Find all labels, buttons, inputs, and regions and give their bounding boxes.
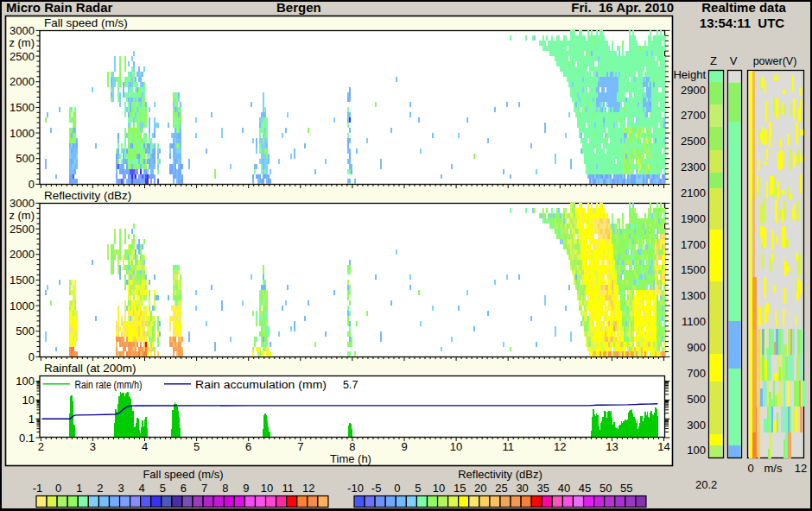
svg-text:12: 12: [795, 462, 807, 475]
svg-text:Fall speed (m/s): Fall speed (m/s): [44, 16, 128, 29]
svg-text:m/s: m/s: [764, 462, 783, 475]
svg-text:1900: 1900: [681, 212, 706, 225]
svg-text:V: V: [730, 54, 738, 67]
svg-text:0: 0: [29, 178, 35, 191]
svg-text:2900: 2900: [681, 84, 706, 97]
svg-text:1700: 1700: [681, 238, 706, 251]
svg-text:Reflectivity (dBz): Reflectivity (dBz): [458, 468, 542, 481]
svg-text:10: 10: [450, 440, 462, 453]
svg-text:10: 10: [261, 482, 273, 495]
svg-text:Realtime data: Realtime data: [701, 0, 786, 15]
svg-text:2500: 2500: [681, 135, 706, 148]
svg-text:z (m): z (m): [9, 209, 35, 222]
svg-text:8: 8: [349, 440, 355, 453]
svg-text:Fri. 16 Apr. 2010: Fri. 16 Apr. 2010: [571, 0, 674, 15]
svg-text:10: 10: [433, 482, 445, 495]
svg-text:-1: -1: [33, 482, 43, 495]
svg-text:15: 15: [454, 482, 466, 495]
svg-text:25: 25: [495, 482, 507, 495]
svg-text:2: 2: [38, 440, 44, 453]
svg-text:20.2: 20.2: [695, 478, 717, 491]
svg-text:5.7: 5.7: [343, 379, 358, 391]
svg-text:2100: 2100: [681, 186, 706, 199]
svg-text:0: 0: [394, 482, 400, 495]
svg-text:9: 9: [243, 482, 249, 495]
svg-text:Rain rate (mm/h): Rain rate (mm/h): [75, 379, 143, 391]
svg-text:8: 8: [222, 482, 228, 495]
svg-text:5: 5: [193, 440, 200, 453]
svg-text:2: 2: [97, 482, 103, 495]
svg-text:0: 0: [55, 482, 61, 495]
svg-text:10: 10: [22, 394, 35, 407]
svg-text:3: 3: [117, 482, 124, 495]
svg-text:Bergen: Bergen: [276, 0, 321, 15]
svg-text:0: 0: [747, 462, 753, 475]
svg-text:1300: 1300: [681, 289, 706, 302]
svg-text:900: 900: [687, 341, 706, 354]
svg-text:11: 11: [502, 440, 514, 453]
svg-text:7: 7: [297, 440, 303, 453]
svg-text:12: 12: [554, 440, 566, 453]
svg-text:20: 20: [474, 482, 486, 495]
svg-text:1500: 1500: [681, 263, 706, 276]
svg-text:2500: 2500: [10, 50, 35, 63]
svg-text:13:54:11 UTC: 13:54:11 UTC: [700, 16, 785, 30]
svg-text:1500: 1500: [10, 101, 35, 114]
svg-text:Rainfall (at 200m): Rainfall (at 200m): [44, 362, 136, 375]
svg-text:2000: 2000: [10, 248, 35, 261]
svg-text:1100: 1100: [682, 315, 706, 328]
svg-text:2700: 2700: [681, 109, 706, 122]
svg-text:-5: -5: [371, 482, 382, 495]
svg-text:500: 500: [687, 393, 706, 406]
svg-text:3: 3: [90, 440, 96, 453]
svg-text:1000: 1000: [10, 300, 35, 312]
svg-text:Rain accumulation (mm): Rain accumulation (mm): [195, 379, 327, 391]
svg-text:11: 11: [282, 482, 294, 495]
svg-text:300: 300: [687, 419, 706, 432]
svg-text:2000: 2000: [10, 75, 35, 88]
svg-text:13: 13: [606, 440, 618, 453]
svg-text:5: 5: [415, 482, 421, 495]
svg-text:6: 6: [181, 482, 187, 495]
svg-text:7: 7: [201, 482, 207, 495]
svg-text:Height: Height: [673, 68, 706, 81]
svg-text:100: 100: [16, 375, 35, 388]
svg-text:6: 6: [245, 440, 251, 453]
svg-text:50: 50: [599, 482, 612, 495]
svg-text:35: 35: [537, 482, 549, 495]
svg-text:700: 700: [687, 367, 706, 380]
svg-text:Time (h): Time (h): [330, 452, 371, 465]
svg-text:1: 1: [76, 482, 82, 495]
svg-text:500: 500: [16, 325, 35, 338]
svg-text:3000: 3000: [10, 24, 35, 37]
svg-text:Reflectivity (dBz): Reflectivity (dBz): [44, 189, 131, 202]
svg-text:0: 0: [29, 350, 35, 363]
svg-text:1000: 1000: [10, 127, 35, 140]
svg-text:power(V): power(V): [753, 55, 797, 67]
svg-text:4: 4: [142, 440, 148, 453]
svg-text:1500: 1500: [10, 274, 35, 287]
svg-text:Micro Rain Radar: Micro Rain Radar: [6, 0, 113, 15]
svg-text:2500: 2500: [10, 223, 35, 236]
svg-text:2300: 2300: [681, 161, 706, 173]
svg-text:14: 14: [657, 440, 669, 453]
svg-text:5: 5: [160, 482, 166, 495]
svg-text:0.1: 0.1: [19, 432, 35, 445]
svg-text:55: 55: [620, 482, 632, 495]
svg-text:30: 30: [516, 482, 528, 495]
svg-text:4: 4: [139, 482, 145, 495]
svg-text:Fall speed (m/s): Fall speed (m/s): [143, 468, 223, 481]
svg-text:9: 9: [401, 440, 407, 453]
svg-text:45: 45: [579, 482, 591, 495]
svg-text:z (m): z (m): [9, 36, 35, 49]
svg-text:Z: Z: [710, 54, 717, 67]
svg-text:12: 12: [302, 482, 314, 495]
svg-text:3000: 3000: [10, 197, 35, 210]
svg-text:500: 500: [16, 152, 35, 165]
svg-text:40: 40: [558, 482, 570, 495]
svg-text:100: 100: [687, 444, 706, 457]
svg-text:1: 1: [29, 413, 35, 426]
svg-text:-10: -10: [347, 482, 364, 495]
